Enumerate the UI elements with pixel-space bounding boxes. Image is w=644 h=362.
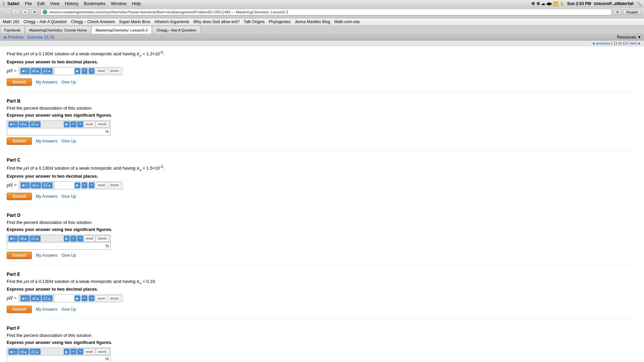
part-a-play-btn[interactable]: ▶: [74, 68, 80, 74]
part-d-play-btn[interactable]: ▶: [64, 236, 70, 242]
part-c-give-up-link[interactable]: Give Up: [61, 194, 76, 199]
refresh-button[interactable]: ↻: [31, 9, 38, 15]
part-c-play-btn[interactable]: ▶: [74, 182, 80, 188]
tab-facebook[interactable]: Facebook: [0, 26, 25, 34]
part-f-undo-btn[interactable]: ↶: [70, 349, 76, 355]
part-d-input[interactable]: [8, 244, 104, 248]
part-c-undo-btn[interactable]: ↶: [82, 182, 88, 188]
part-b-alpha-btn[interactable]: αβ▲: [18, 121, 29, 127]
part-f-redo-btn[interactable]: ↷: [77, 349, 83, 355]
part-f-input[interactable]: [8, 357, 104, 361]
back-button[interactable]: ‹: [3, 9, 10, 15]
part-e-undo-btn[interactable]: ↶: [82, 295, 88, 301]
part-b-submit-btn[interactable]: Submit: [7, 137, 32, 145]
part-e-shortcut-btn[interactable]: shortc: [108, 295, 121, 301]
part-b-sqrt-btn[interactable]: ■√□: [8, 121, 18, 127]
part-d-give-up-link[interactable]: Give Up: [61, 253, 76, 258]
part-f-reset-btn[interactable]: reset: [84, 349, 95, 355]
exercise-link[interactable]: Exercise 15.70: [28, 35, 54, 40]
part-c-shortcut-btn[interactable]: shortc: [108, 182, 121, 188]
part-d-shortcut-btn[interactable]: shortc: [96, 236, 109, 242]
bookmark-math162[interactable]: Math 162: [3, 19, 19, 24]
part-b-my-answers-link[interactable]: My Answers: [36, 139, 58, 143]
part-e-submit-btn[interactable]: Submit: [7, 306, 32, 313]
part-c-redo-btn[interactable]: ↷: [89, 182, 95, 188]
previous-link[interactable]: ◄ Previous: [3, 35, 23, 40]
tab-mastering-lesson[interactable]: MasteringChemistry: Lesson5-3: [91, 26, 152, 34]
menu-window[interactable]: Window: [111, 1, 126, 6]
part-e-reset-btn[interactable]: reset: [96, 295, 107, 301]
part-d-undo-btn[interactable]: ↶: [70, 236, 76, 242]
part-f-play-btn[interactable]: ▶: [64, 349, 70, 355]
menu-view[interactable]: View: [50, 1, 59, 6]
part-d-alpha-btn[interactable]: αβ▲: [18, 236, 29, 242]
part-a-delta-btn[interactable]: ΔΣ▲: [42, 68, 53, 74]
part-a-give-up-link[interactable]: Give Up: [61, 80, 76, 84]
part-d-reset-btn[interactable]: reset: [84, 236, 95, 242]
part-a-redo-btn[interactable]: ↷: [89, 68, 95, 74]
bookmark-chegg-check[interactable]: Chegg – Check Answers: [71, 19, 115, 24]
bookmark-atheism[interactable]: Atheism Arguments: [154, 19, 189, 24]
part-f-sqrt-btn[interactable]: ■√□: [8, 349, 18, 355]
part-f-shortcut-btn[interactable]: shortc: [96, 349, 109, 355]
part-c-submit-btn[interactable]: Submit: [7, 193, 32, 200]
part-a-undo-btn[interactable]: ↶: [82, 68, 88, 74]
part-c-reset-btn[interactable]: reset: [96, 182, 107, 188]
bookmark-chegg-ask[interactable]: Chegg – Ask A Question: [23, 19, 67, 24]
part-b-shortcut-btn[interactable]: shortc: [96, 121, 109, 127]
bookmark-jenna[interactable]: Jenna Marbles Blog: [294, 19, 330, 24]
part-e-redo-btn[interactable]: ↷: [89, 295, 95, 301]
bookmark-mario[interactable]: Super Mario Bros: [119, 19, 150, 24]
search-icon[interactable]: 🔍: [636, 1, 641, 6]
resources-dropdown[interactable]: Resources ▼: [617, 35, 641, 40]
part-c-delta-btn[interactable]: ΔΣ▲: [42, 182, 53, 188]
prev-page[interactable]: ◄ previous: [592, 41, 610, 45]
part-e-my-answers-link[interactable]: My Answers: [36, 307, 58, 312]
next-page[interactable]: next ►: [630, 41, 641, 45]
part-b-undo-btn[interactable]: ↶: [70, 121, 76, 127]
part-d-sqrt-btn[interactable]: ■√□: [8, 236, 18, 242]
part-d-my-answers-link[interactable]: My Answers: [36, 253, 58, 258]
part-a-my-answers-link[interactable]: My Answers: [36, 80, 58, 84]
menu-help[interactable]: Help: [132, 1, 141, 6]
part-a-reset-btn[interactable]: reset: [96, 68, 107, 74]
menu-edit[interactable]: Edit: [37, 1, 45, 6]
part-e-alpha-btn[interactable]: αβ▲: [31, 295, 41, 301]
reload-button[interactable]: ↺: [614, 9, 621, 15]
menu-history[interactable]: History: [65, 1, 78, 6]
part-b-input[interactable]: [8, 129, 104, 134]
part-a-alpha-btn[interactable]: αβ▲: [31, 68, 41, 74]
part-f-delta-btn[interactable]: ΔΣ▲: [30, 349, 41, 355]
forward-button[interactable]: ›: [12, 9, 19, 15]
part-b-redo-btn[interactable]: ↷: [77, 121, 83, 127]
part-e-give-up-link[interactable]: Give Up: [61, 307, 76, 312]
part-b-play-btn[interactable]: ▶: [64, 121, 70, 127]
address-bar[interactable]: session.masteringchemistry.com/myct/item…: [40, 9, 612, 15]
menu-bookmarks[interactable]: Bookmarks: [84, 1, 106, 6]
part-c-sqrt-btn[interactable]: ■√□: [20, 182, 30, 188]
part-a-shortcut-btn[interactable]: shortc: [108, 68, 121, 74]
menu-file[interactable]: File: [25, 1, 32, 6]
bookmark-talk-origins[interactable]: Talk Origins: [244, 19, 265, 24]
part-d-submit-btn[interactable]: Submit: [7, 252, 32, 259]
new-tab-button[interactable]: +: [21, 9, 29, 15]
reader-button[interactable]: Reader: [623, 9, 641, 15]
bookmark-math-unm[interactable]: Math.unm.edu: [334, 19, 360, 24]
part-c-my-answers-link[interactable]: My Answers: [36, 194, 58, 199]
part-e-sqrt-btn[interactable]: ■√□: [20, 295, 30, 301]
part-b-delta-btn[interactable]: ΔΣ▲: [30, 121, 41, 127]
part-a-input-field[interactable]: [54, 68, 73, 74]
part-b-give-up-link[interactable]: Give Up: [61, 139, 76, 143]
part-b-reset-btn[interactable]: reset: [84, 121, 95, 127]
part-c-input-field[interactable]: [54, 182, 73, 189]
bookmark-phylogenies[interactable]: Phylogenies: [269, 19, 290, 24]
part-a-sqrt-btn[interactable]: ■√□: [20, 68, 30, 74]
part-e-play-btn[interactable]: ▶: [74, 295, 80, 301]
part-f-alpha-btn[interactable]: αβ▲: [18, 349, 29, 355]
part-d-redo-btn[interactable]: ↷: [77, 236, 83, 242]
tab-mastering-home[interactable]: MasteringChemistry: Course Home: [25, 26, 91, 34]
part-d-delta-btn[interactable]: ΔΣ▲: [30, 236, 41, 242]
part-c-alpha-btn[interactable]: αβ▲: [31, 182, 41, 188]
menu-safari[interactable]: Safari: [7, 1, 19, 6]
tab-chegg[interactable]: Chegg – Ask A Question: [152, 26, 201, 34]
